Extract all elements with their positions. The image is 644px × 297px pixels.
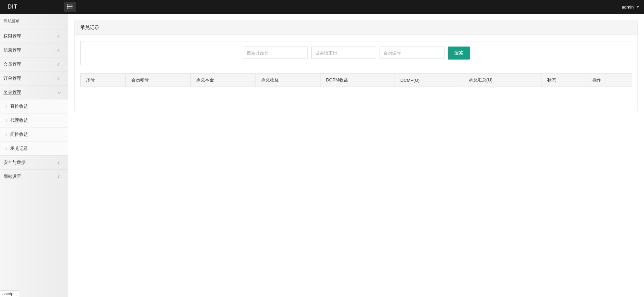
col-dcpm-income: DCPM收益 [320, 74, 395, 87]
nav-label: 权限管理 [3, 33, 21, 39]
chevron-right-icon [4, 105, 7, 108]
nav-item-security[interactable]: 安全与数据 [0, 155, 68, 169]
main-content: 承兑记录 搜索 序号 会员帐号 承兑本金 承兑收益 DCP [68, 14, 644, 297]
col-index: 序号 [81, 74, 126, 87]
status-bar: ascript:; [0, 290, 19, 297]
chevron-left-icon [58, 35, 61, 38]
col-account: 会员帐号 [125, 74, 190, 87]
caret-down-icon [636, 6, 639, 8]
panel: 承兑记录 搜索 序号 会员帐号 承兑本金 承兑收益 DCP [74, 21, 638, 111]
sub-item-acceptance-record[interactable]: 承兑记录 [0, 141, 68, 155]
col-summary-u: 承兑汇总(U) [463, 74, 542, 87]
chevron-down-icon [58, 90, 61, 94]
sub-label: 代理收益 [10, 117, 28, 124]
svg-point-5 [67, 8, 68, 8]
svg-point-4 [67, 6, 68, 7]
sub-item-direct-income[interactable]: 直推收益 [0, 99, 68, 113]
nav-label: 奖金管理 [3, 89, 21, 95]
data-table: 序号 会员帐号 承兑本金 承兑收益 DCPM收益 DCMP(U) 承兑汇总(U)… [80, 73, 632, 87]
chevron-left-icon [58, 49, 61, 52]
sub-item-agent-income[interactable]: 代理收益 [0, 113, 68, 127]
nav-item-permission[interactable]: 权限管理 [0, 29, 68, 43]
nav-label: 安全与数据 [3, 159, 26, 166]
chevron-left-icon [58, 161, 61, 164]
user-label: admin [622, 4, 634, 10]
chevron-right-icon [4, 133, 7, 136]
table-header-row: 序号 会员帐号 承兑本金 承兑收益 DCPM收益 DCMP(U) 承兑汇总(U)… [81, 74, 632, 87]
user-menu[interactable]: admin [617, 4, 644, 10]
nav-item-order[interactable]: 订单管理 [0, 71, 68, 85]
sidebar: 导航菜单 权限管理 信息管理 会员管理 订单管理 奖金管理 直推收益 代理收益 [0, 14, 68, 297]
nav-item-info[interactable]: 信息管理 [0, 43, 68, 57]
chevron-right-icon [4, 119, 7, 122]
menu-icon [67, 4, 73, 10]
sub-label: 直推收益 [10, 103, 28, 109]
chevron-right-icon [4, 147, 7, 150]
panel-body: 搜索 序号 会员帐号 承兑本金 承兑收益 DCPM收益 DCMP(U) 承兑汇总… [75, 35, 638, 111]
chevron-left-icon [58, 175, 61, 178]
chevron-left-icon [58, 77, 61, 80]
brand-title: DIT [0, 3, 25, 10]
sub-label: 间推收益 [10, 131, 28, 138]
col-dcmp-u: DCMP(U) [395, 74, 463, 87]
nav-label: 订单管理 [3, 75, 21, 81]
col-status: 状态 [542, 74, 587, 87]
col-principal: 承兑本金 [191, 74, 256, 87]
nav-item-bonus[interactable]: 奖金管理 [0, 85, 68, 99]
top-bar: DIT admin [0, 0, 644, 14]
sub-label: 承兑记录 [10, 145, 28, 152]
nav-item-member[interactable]: 会员管理 [0, 57, 68, 71]
search-start-date-input[interactable] [243, 47, 308, 59]
chevron-left-icon [58, 63, 61, 66]
sidebar-toggle-button[interactable] [64, 2, 76, 12]
svg-point-3 [67, 4, 68, 5]
nav-label: 网站设置 [3, 173, 21, 180]
search-end-date-input[interactable] [311, 47, 376, 59]
sub-item-indirect-income[interactable]: 间推收益 [0, 127, 68, 141]
nav-label: 信息管理 [3, 47, 21, 53]
sidebar-header: 导航菜单 [0, 14, 68, 29]
search-button[interactable]: 搜索 [448, 47, 470, 60]
col-income: 承兑收益 [256, 74, 320, 87]
col-action: 操作 [587, 74, 632, 87]
search-row: 搜索 [80, 41, 632, 65]
search-member-input[interactable] [380, 47, 444, 59]
nav-label: 会员管理 [3, 61, 21, 67]
nav-item-site-settings[interactable]: 网站设置 [0, 169, 68, 183]
panel-title: 承兑记录 [75, 21, 638, 35]
